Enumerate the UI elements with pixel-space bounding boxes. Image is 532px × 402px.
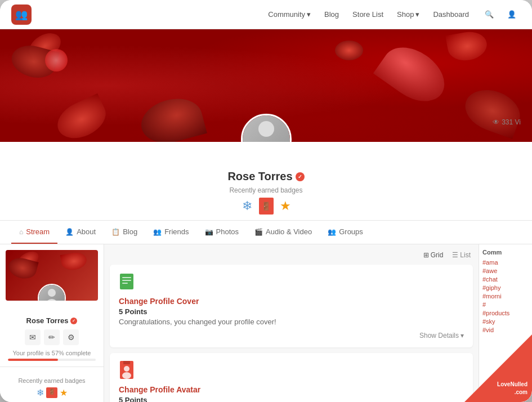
hashtag-chat[interactable]: #chat	[482, 276, 529, 283]
svg-point-0	[258, 121, 274, 137]
sidebar-avatar-image	[39, 285, 65, 301]
show-details-cover: Show Details ▾	[119, 332, 464, 340]
user-button[interactable]: 👤	[503, 6, 521, 24]
sidebar-badges-label: Recently earned badges	[6, 377, 98, 384]
hashtag-ama[interactable]: #ama	[482, 259, 529, 266]
activity-title-avatar[interactable]: Change Profile Avatar	[119, 385, 464, 394]
activity-badge-avatar	[119, 361, 464, 381]
activity-badge-cover	[119, 273, 464, 292]
activity-title-cover[interactable]: Change Profile Cover	[119, 297, 464, 306]
search-button[interactable]: 🔍	[480, 6, 498, 24]
tab-audio-video[interactable]: 🎬 Audio & Video	[247, 221, 320, 244]
friends-icon: 👥	[153, 228, 162, 236]
tab-about[interactable]: 👤 About	[57, 221, 104, 244]
sidebar-badge-icons: ❄ 🚪 ★	[6, 387, 98, 398]
progress-section: Your profile is 57% complete	[6, 350, 98, 361]
badge-snowflake: ❄	[239, 198, 256, 215]
badge-star: ★	[277, 198, 294, 215]
progress-fill	[8, 359, 58, 361]
watermark-text: LoveNulled.com	[497, 381, 527, 396]
hashtag-awe[interactable]: #awe	[482, 267, 529, 274]
sidebar-badge-door: 🚪	[46, 387, 57, 398]
activity-points-avatar: 5 Points	[119, 396, 464, 402]
top-navigation: 👥 Community ▾ Blog Store List Shop ▾	[0, 0, 532, 29]
progress-bar	[8, 359, 96, 361]
action-settings[interactable]: ⚙	[63, 329, 79, 345]
logo[interactable]: 👥	[11, 5, 32, 25]
svg-rect-9	[123, 361, 130, 364]
list-toggle[interactable]: ☰ List	[450, 250, 473, 260]
user-icon: 👤	[65, 228, 74, 236]
badge-icons: ❄ 🚪 ★	[0, 198, 532, 215]
tab-stream[interactable]: ⌂ Stream	[11, 221, 57, 244]
grid-list-toggle: ⊞ Grid ☰ List	[110, 250, 473, 260]
cover-section	[0, 29, 532, 142]
main-content: Rose Torres ✓ ✉ ✏ ⚙ Your profile is 57% …	[0, 244, 532, 402]
chevron-down-icon: ▾	[415, 10, 419, 19]
sidebar-badge-snowflake: ❄	[37, 387, 44, 398]
nav-blog[interactable]: Blog	[319, 7, 345, 22]
sidebar-actions: ✉ ✏ ⚙	[6, 329, 98, 345]
grid-icon: ⊞	[423, 251, 429, 259]
profile-name: Rose Torres ✓	[0, 170, 532, 183]
hashtag-giphy[interactable]: #giphy	[482, 284, 529, 291]
chevron-down-icon: ▾	[307, 10, 311, 19]
grid-toggle[interactable]: ⊞ Grid	[421, 250, 446, 260]
action-edit[interactable]: ✏	[44, 329, 60, 345]
activity-desc-cover: Congratulations, you changed your profil…	[119, 318, 464, 326]
views-count: 👁 331 Vi	[493, 118, 521, 126]
svg-point-2	[48, 289, 56, 297]
right-sidebar-title: Comm	[482, 249, 529, 256]
blog-icon: 📋	[111, 228, 120, 236]
tab-photos[interactable]: 📷 Photos	[197, 221, 247, 244]
sidebar-verified: ✓	[70, 318, 77, 324]
activity-card-cover: Change Profile Cover 5 Points Congratula…	[110, 265, 473, 347]
nav-icons: 🔍 👤	[480, 6, 521, 24]
tab-blog[interactable]: 📋 Blog	[104, 221, 145, 244]
show-details-button-cover[interactable]: Show Details ▾	[419, 332, 464, 340]
sidebar-badge-star: ★	[60, 387, 68, 398]
left-sidebar: Rose Torres ✓ ✉ ✏ ⚙ Your profile is 57% …	[0, 244, 104, 402]
video-icon: 🎬	[254, 228, 263, 236]
nav-dashboard[interactable]: Dashboard	[427, 7, 475, 22]
svg-rect-6	[122, 280, 131, 281]
svg-point-10	[124, 366, 129, 372]
sidebar-avatar[interactable]	[38, 284, 66, 301]
progress-label: Your profile is 57% complete	[8, 350, 96, 356]
activity-card-avatar: Change Profile Avatar 5 Points Congratul…	[110, 353, 473, 402]
sidebar-name: Rose Torres ✓	[6, 316, 98, 325]
photos-icon: 📷	[205, 228, 213, 236]
profile-info: 👁 331 Vi Rose Torres ✓ Recently earned b…	[0, 142, 532, 221]
tab-groups[interactable]: 👥 Groups	[320, 221, 371, 244]
svg-rect-4	[120, 274, 133, 289]
logo-icon: 👥	[15, 8, 28, 21]
svg-rect-5	[122, 277, 131, 278]
nav-community[interactable]: Community ▾	[262, 7, 316, 22]
sidebar-badges-section: Recently earned badges ❄ 🚪 ★	[0, 373, 104, 402]
action-message[interactable]: ✉	[25, 329, 41, 345]
sidebar-cover	[6, 250, 98, 301]
sidebar-profile-card: Rose Torres ✓ ✉ ✏ ⚙ Your profile is 57% …	[0, 244, 104, 367]
badges-label: Recently earned badges	[0, 186, 532, 194]
svg-rect-7	[122, 283, 128, 284]
hashtag-vid[interactable]: #vid	[482, 327, 529, 333]
activity-points-cover: 5 Points	[119, 307, 464, 316]
profile-tabs: ⌂ Stream 👤 About 📋 Blog 👥 Friends 📷 Phot…	[0, 221, 532, 244]
tab-friends[interactable]: 👥 Friends	[145, 221, 196, 244]
svg-point-11	[122, 372, 131, 379]
verified-badge: ✓	[296, 172, 305, 181]
hashtag-sky[interactable]: #sky	[482, 318, 529, 325]
nav-shop[interactable]: Shop ▾	[391, 7, 425, 22]
hashtag-morni[interactable]: #morni	[482, 293, 529, 300]
hashtag-products[interactable]: #products	[482, 310, 529, 316]
chevron-down-icon: ▾	[461, 332, 464, 340]
hashtag-list: #ama #awe #chat #giphy #morni # #product…	[482, 259, 529, 333]
nav-storelist[interactable]: Store List	[347, 7, 389, 22]
avatar-image	[243, 115, 290, 142]
hashtag-hash[interactable]: #	[482, 301, 529, 308]
home-icon: ⌂	[19, 228, 23, 236]
center-content: ⊞ Grid ☰ List	[104, 244, 479, 402]
svg-point-3	[46, 299, 58, 301]
eye-icon: 👁	[493, 118, 499, 126]
nav-links: Community ▾ Blog Store List Shop ▾ Dashb…	[262, 7, 475, 22]
